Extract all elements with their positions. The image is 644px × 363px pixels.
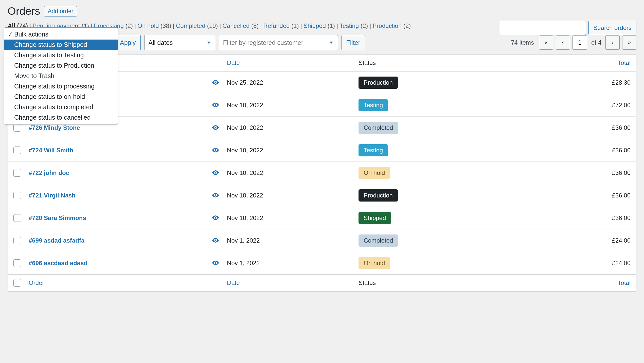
order-link[interactable]: #722 john doe xyxy=(29,169,69,176)
order-date: Nov 10, 2022 xyxy=(227,147,359,154)
add-order-button[interactable]: Add order xyxy=(44,6,77,16)
apply-button[interactable]: Apply xyxy=(115,35,141,50)
table-row: #724 Will SmithNov 10, 2022Testing£36.00 xyxy=(8,139,636,162)
page-title: Orders xyxy=(8,5,40,17)
order-date: Nov 1, 2022 xyxy=(227,260,359,267)
order-total: £36.00 xyxy=(593,124,631,131)
filter-link-completed[interactable]: Completed (19) xyxy=(176,22,218,29)
filter-link-refunded[interactable]: Refunded (1) xyxy=(263,22,299,29)
column-status-footer: Status xyxy=(359,279,593,286)
items-count: 74 items xyxy=(511,39,534,46)
status-badge: On hold xyxy=(359,167,390,179)
bulk-option-change-status-to-testing[interactable]: Change status to Testing xyxy=(4,50,118,60)
preview-icon[interactable] xyxy=(212,214,219,219)
order-link[interactable]: #720 Sara Simmons xyxy=(29,214,86,221)
customer-filter-placeholder: Filter by registered customer xyxy=(223,39,303,46)
column-total[interactable]: Total xyxy=(593,59,631,66)
search-input[interactable] xyxy=(500,21,586,35)
bulk-option-change-status-to-production[interactable]: Change status to Production xyxy=(4,60,118,71)
column-order-footer[interactable]: Order xyxy=(29,279,204,286)
order-total: £36.00 xyxy=(593,169,631,176)
bulk-option-change-status-to-processing[interactable]: Change status to processing xyxy=(4,81,118,92)
status-badge: Production xyxy=(359,77,398,89)
table-row: #721 Virgil NashNov 10, 2022Production£3… xyxy=(8,184,636,207)
filter-link-testing[interactable]: Testing (2) xyxy=(339,22,368,29)
next-page-button[interactable]: › xyxy=(605,35,620,50)
order-total: £36.00 xyxy=(593,214,631,222)
filter-link-production[interactable]: Production (2) xyxy=(373,22,411,29)
date-filter-value: All dates xyxy=(149,39,173,46)
order-total: £24.00 xyxy=(593,260,631,267)
date-filter-select[interactable]: All dates xyxy=(144,35,215,50)
order-link[interactable]: #696 ascdasd adasd xyxy=(29,260,87,266)
row-checkbox[interactable] xyxy=(13,169,21,177)
row-checkbox[interactable] xyxy=(13,124,21,132)
preview-icon[interactable] xyxy=(212,102,219,106)
bulk-option-bulk-actions[interactable]: Bulk actions xyxy=(4,29,118,40)
status-badge: Shipped xyxy=(359,212,391,224)
filter-link-shipped[interactable]: Shipped (1) xyxy=(303,22,335,29)
last-page-button[interactable]: » xyxy=(622,35,636,50)
bulk-option-change-status-to-completed[interactable]: Change status to completed xyxy=(4,102,118,112)
preview-icon[interactable] xyxy=(212,237,219,242)
column-date[interactable]: Date xyxy=(227,59,359,66)
column-date-footer[interactable]: Date xyxy=(227,279,359,286)
table-row: #722 john doeNov 10, 2022On hold£36.00 xyxy=(8,162,636,184)
row-checkbox[interactable] xyxy=(13,214,21,222)
order-link[interactable]: #726 Mindy Stone xyxy=(29,124,80,131)
order-link[interactable]: #721 Virgil Nash xyxy=(29,192,76,199)
bulk-option-change-status-to-on-hold[interactable]: Change status to on-hold xyxy=(4,92,118,102)
search-orders-button[interactable]: Search orders xyxy=(588,21,636,35)
status-badge: Testing xyxy=(359,99,388,111)
table-row: #696 ascdasd adasdNov 1, 2022On hold£24.… xyxy=(8,252,636,274)
table-row: #699 asdad asfadfaNov 1, 2022Completed£2… xyxy=(8,229,636,252)
order-date: Nov 10, 2022 xyxy=(227,102,359,109)
order-date: Nov 1, 2022 xyxy=(227,237,359,244)
row-checkbox[interactable] xyxy=(13,237,21,244)
row-checkbox[interactable] xyxy=(13,147,21,154)
status-badge: Completed xyxy=(359,122,398,134)
order-total: £24.00 xyxy=(593,237,631,244)
customer-filter-select[interactable]: Filter by registered customer xyxy=(219,35,338,50)
filter-link-cancelled[interactable]: Cancelled (8) xyxy=(223,22,259,29)
preview-icon[interactable] xyxy=(212,147,219,151)
preview-icon[interactable] xyxy=(212,169,219,174)
preview-icon[interactable] xyxy=(212,79,219,84)
status-badge: Completed xyxy=(359,234,398,247)
order-date: Nov 10, 2022 xyxy=(227,214,359,222)
table-footer: Order Date Status Total xyxy=(8,274,636,291)
order-date: Nov 10, 2022 xyxy=(227,192,359,199)
row-checkbox[interactable] xyxy=(13,192,21,199)
order-total: £28.30 xyxy=(593,79,631,86)
bulk-actions-dropdown: Bulk actionsChange status to ShippedChan… xyxy=(4,27,118,124)
status-badge: Testing xyxy=(359,144,388,156)
order-date: Nov 10, 2022 xyxy=(227,169,359,176)
bulk-option-change-status-to-cancelled[interactable]: Change status to cancelled xyxy=(4,112,118,123)
order-link[interactable]: #699 asdad asfadfa xyxy=(29,237,84,244)
prev-page-button[interactable]: ‹ xyxy=(556,35,570,50)
filter-link-on-hold[interactable]: On hold (38) xyxy=(137,22,171,29)
first-page-button[interactable]: « xyxy=(539,35,553,50)
order-link[interactable]: #724 Will Smith xyxy=(29,147,73,154)
status-badge: Production xyxy=(359,189,398,202)
status-badge: On hold xyxy=(359,257,390,269)
bulk-option-change-status-to-shipped[interactable]: Change status to Shipped xyxy=(4,40,118,50)
select-all-checkbox-footer[interactable] xyxy=(13,279,21,287)
table-row: #720 Sara SimmonsNov 10, 2022Shipped£36.… xyxy=(8,207,636,229)
order-date: Nov 10, 2022 xyxy=(227,124,359,131)
preview-icon[interactable] xyxy=(212,124,219,129)
order-total: £36.00 xyxy=(593,147,631,154)
filter-button[interactable]: Filter xyxy=(342,35,365,50)
preview-icon[interactable] xyxy=(212,192,219,196)
row-checkbox[interactable] xyxy=(13,259,21,267)
page-of-label: of 4 xyxy=(591,39,601,46)
bulk-option-move-to-trash[interactable]: Move to Trash xyxy=(4,71,118,81)
page-number-input[interactable] xyxy=(573,35,587,50)
column-total-footer[interactable]: Total xyxy=(593,279,631,286)
order-date: Nov 25, 2022 xyxy=(227,79,359,86)
order-total: £36.00 xyxy=(593,192,631,199)
preview-icon[interactable] xyxy=(212,260,219,264)
order-total: £72.00 xyxy=(593,102,631,109)
column-status: Status xyxy=(359,59,593,66)
